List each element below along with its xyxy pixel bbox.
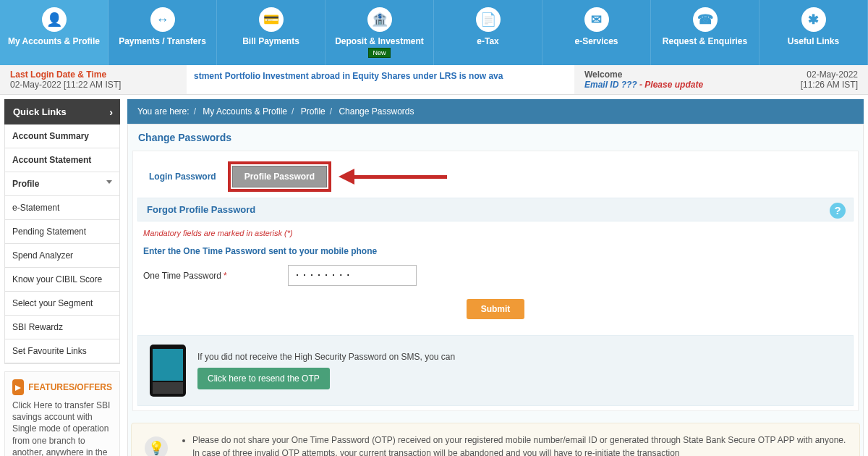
nav-payments[interactable]: ↔ Payments / Transfers bbox=[109, 0, 217, 65]
crumb-profile[interactable]: Profile bbox=[301, 106, 326, 117]
sidebar-item-cibil[interactable]: Know your CIBIL Score bbox=[5, 268, 119, 292]
tab-profile-password[interactable]: Profile Password bbox=[232, 166, 327, 187]
sidebar-item-profile[interactable]: Profile bbox=[5, 172, 119, 196]
transfer-icon: ↔ bbox=[150, 7, 175, 32]
nav-request[interactable]: ☎ Request & Enquiries bbox=[651, 0, 760, 65]
welcome-box: Welcome Email ID ??? - Please update bbox=[574, 65, 746, 94]
sidebar-item-summary[interactable]: Account Summary bbox=[5, 124, 119, 148]
tabs: Login Password Profile Password bbox=[133, 151, 858, 195]
nav-bill[interactable]: 💳 Bill Payments bbox=[217, 0, 326, 65]
nav-deposit[interactable]: 🏦 Deposit & Investment New bbox=[326, 0, 434, 65]
user-icon: 👤 bbox=[42, 7, 67, 32]
card-icon: 💳 bbox=[259, 7, 284, 32]
nav-etax[interactable]: 📄 e-Tax bbox=[434, 0, 542, 65]
annotation-arrow-icon bbox=[339, 167, 447, 186]
sidebar-item-spend[interactable]: Spend Analyzer bbox=[5, 244, 119, 268]
breadcrumb: You are here:/ My Accounts & Profile/ Pr… bbox=[127, 99, 864, 124]
nav-accounts[interactable]: 👤 My Accounts & Profile bbox=[0, 0, 109, 65]
top-nav: 👤 My Accounts & Profile ↔ Payments / Tra… bbox=[0, 0, 868, 65]
info-bar: Last Login Date & Time 02-May-2022 [11:2… bbox=[0, 65, 868, 95]
resend-text: If you did not receive the High Security… bbox=[197, 352, 841, 362]
mail-icon: ✉ bbox=[584, 7, 609, 32]
last-login: Last Login Date & Time 02-May-2022 [11:2… bbox=[0, 65, 187, 94]
page-title: Change Passwords bbox=[128, 124, 863, 151]
bulb-icon: 💡 bbox=[145, 436, 168, 456]
sidebar-item-estatement[interactable]: e-Statement bbox=[5, 196, 119, 220]
warning-box: 💡 Please do not share your One Time Pass… bbox=[131, 423, 860, 456]
warning-text: Please do not share your One Time Passwo… bbox=[192, 434, 846, 456]
crumb-change-pw[interactable]: Change Passwords bbox=[339, 106, 414, 117]
nav-links[interactable]: ✱ Useful Links bbox=[760, 0, 868, 65]
megaphone-icon bbox=[12, 379, 24, 395]
quick-links-list: Account Summary Account Statement Profil… bbox=[4, 124, 120, 364]
bank-icon: 🏦 bbox=[367, 7, 392, 32]
phone-icon: ☎ bbox=[693, 7, 718, 32]
crumb-accounts[interactable]: My Accounts & Profile bbox=[203, 106, 287, 117]
help-icon[interactable]: ? bbox=[830, 203, 846, 219]
sidebar-item-pending[interactable]: Pending Statement bbox=[5, 220, 119, 244]
chevron-right-icon: › bbox=[109, 106, 113, 118]
nav-eservices[interactable]: ✉ e-Services bbox=[542, 0, 651, 65]
caret-down-icon bbox=[106, 180, 112, 184]
quick-links-header[interactable]: Quick Links › bbox=[4, 99, 120, 124]
sidebar: Quick Links › Account Summary Account St… bbox=[4, 99, 120, 456]
doc-icon: 📄 bbox=[476, 7, 501, 32]
sidebar-item-favourite[interactable]: Set Favourite Links bbox=[5, 339, 119, 363]
sidebar-item-statement[interactable]: Account Statement bbox=[5, 148, 119, 172]
promo-box: FEATURES/OFFERS Click Here to transfer S… bbox=[4, 371, 120, 456]
highlight-box: Profile Password bbox=[228, 161, 331, 192]
otp-label: One Time Password* bbox=[143, 271, 288, 281]
tab-login-password[interactable]: Login Password bbox=[140, 166, 225, 187]
promo-text[interactable]: Click Here to transfer SBI savings accou… bbox=[12, 400, 112, 456]
new-badge: New bbox=[368, 48, 390, 58]
mandatory-note: Mandatory fields are marked in asterisk … bbox=[143, 229, 848, 237]
otp-input[interactable] bbox=[288, 265, 417, 286]
news-ticker: stment Portfolio Investment abroad in Eq… bbox=[187, 65, 574, 94]
resend-otp-button[interactable]: Click here to resend the OTP bbox=[197, 368, 330, 389]
clock: 02-May-2022 [11:26 AM IST] bbox=[746, 65, 868, 94]
section-heading: Forgot Profile Password ? bbox=[137, 198, 854, 221]
panel: Change Passwords Login Password Profile … bbox=[127, 124, 864, 456]
star-icon: ✱ bbox=[801, 7, 826, 32]
resend-box: If you did not receive the High Security… bbox=[137, 335, 854, 406]
sidebar-item-segment[interactable]: Select your Segment bbox=[5, 292, 119, 316]
main: You are here:/ My Accounts & Profile/ Pr… bbox=[127, 99, 864, 456]
phone-illustration-icon bbox=[150, 345, 186, 397]
sidebar-item-rewardz[interactable]: SBI Rewardz bbox=[5, 316, 119, 339]
instruction: Enter the One Time Password sent to your… bbox=[143, 246, 848, 256]
submit-button[interactable]: Submit bbox=[467, 299, 525, 319]
